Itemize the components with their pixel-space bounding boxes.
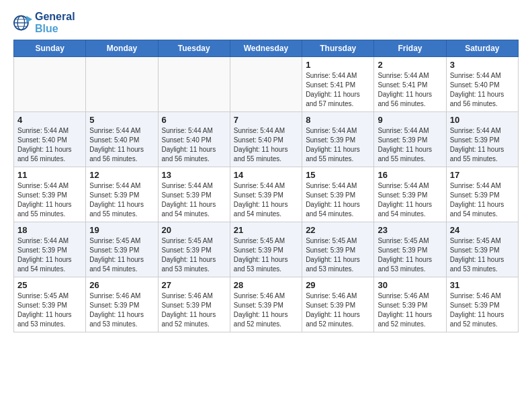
day-info: Sunrise: 5:44 AM Sunset: 5:39 PM Dayligh… [450, 181, 515, 219]
day-info: Sunrise: 5:46 AM Sunset: 5:39 PM Dayligh… [306, 291, 370, 329]
day-info: Sunrise: 5:44 AM Sunset: 5:39 PM Dayligh… [162, 181, 226, 219]
calendar-cell: 13Sunrise: 5:44 AM Sunset: 5:39 PM Dayli… [158, 167, 230, 222]
day-header-friday: Friday [374, 40, 446, 57]
day-info: Sunrise: 5:46 AM Sunset: 5:39 PM Dayligh… [234, 291, 298, 329]
calendar-header-row: SundayMondayTuesdayWednesdayThursdayFrid… [14, 40, 519, 57]
calendar-cell: 5Sunrise: 5:44 AM Sunset: 5:40 PM Daylig… [86, 112, 158, 167]
calendar-cell: 16Sunrise: 5:44 AM Sunset: 5:39 PM Dayli… [374, 167, 446, 222]
day-number: 26 [89, 280, 154, 290]
day-number: 28 [234, 280, 298, 290]
day-number: 21 [234, 225, 298, 235]
day-number: 22 [306, 225, 370, 235]
day-info: Sunrise: 5:44 AM Sunset: 5:39 PM Dayligh… [450, 126, 515, 164]
day-number: 23 [378, 225, 442, 235]
calendar-week-row: 18Sunrise: 5:44 AM Sunset: 5:39 PM Dayli… [14, 222, 519, 277]
day-number: 7 [234, 115, 298, 125]
day-number: 8 [306, 115, 370, 125]
calendar-cell: 17Sunrise: 5:44 AM Sunset: 5:39 PM Dayli… [446, 167, 518, 222]
day-number: 13 [162, 170, 226, 180]
calendar-cell: 7Sunrise: 5:44 AM Sunset: 5:40 PM Daylig… [230, 112, 302, 167]
logo: General Blue [13, 11, 75, 34]
calendar-cell: 18Sunrise: 5:44 AM Sunset: 5:39 PM Dayli… [14, 222, 86, 277]
calendar-cell: 23Sunrise: 5:45 AM Sunset: 5:39 PM Dayli… [374, 222, 446, 277]
day-info: Sunrise: 5:44 AM Sunset: 5:39 PM Dayligh… [306, 126, 370, 164]
svg-marker-6 [26, 15, 32, 23]
day-number: 4 [17, 115, 82, 125]
day-number: 31 [450, 280, 515, 290]
calendar-cell: 8Sunrise: 5:44 AM Sunset: 5:39 PM Daylig… [302, 112, 374, 167]
calendar-cell: 6Sunrise: 5:44 AM Sunset: 5:40 PM Daylig… [158, 112, 230, 167]
day-info: Sunrise: 5:44 AM Sunset: 5:40 PM Dayligh… [234, 126, 298, 164]
day-header-thursday: Thursday [302, 40, 374, 57]
day-number: 14 [234, 170, 298, 180]
day-info: Sunrise: 5:44 AM Sunset: 5:41 PM Dayligh… [306, 71, 370, 109]
day-info: Sunrise: 5:44 AM Sunset: 5:39 PM Dayligh… [89, 181, 154, 219]
day-number: 27 [162, 280, 226, 290]
day-info: Sunrise: 5:45 AM Sunset: 5:39 PM Dayligh… [89, 236, 154, 274]
day-number: 1 [306, 60, 370, 70]
calendar-cell: 3Sunrise: 5:44 AM Sunset: 5:40 PM Daylig… [446, 57, 518, 112]
calendar-cell: 14Sunrise: 5:44 AM Sunset: 5:39 PM Dayli… [230, 167, 302, 222]
calendar-week-row: 4Sunrise: 5:44 AM Sunset: 5:40 PM Daylig… [14, 112, 519, 167]
day-info: Sunrise: 5:45 AM Sunset: 5:39 PM Dayligh… [450, 236, 515, 274]
day-info: Sunrise: 5:46 AM Sunset: 5:39 PM Dayligh… [162, 291, 226, 329]
day-info: Sunrise: 5:45 AM Sunset: 5:39 PM Dayligh… [306, 236, 370, 274]
day-number: 10 [450, 115, 515, 125]
calendar-cell: 15Sunrise: 5:44 AM Sunset: 5:39 PM Dayli… [302, 167, 374, 222]
calendar-cell: 1Sunrise: 5:44 AM Sunset: 5:41 PM Daylig… [302, 57, 374, 112]
day-number: 3 [450, 60, 515, 70]
day-info: Sunrise: 5:45 AM Sunset: 5:39 PM Dayligh… [162, 236, 226, 274]
day-number: 11 [17, 170, 82, 180]
calendar-cell: 22Sunrise: 5:45 AM Sunset: 5:39 PM Dayli… [302, 222, 374, 277]
day-info: Sunrise: 5:46 AM Sunset: 5:39 PM Dayligh… [89, 291, 154, 329]
day-number: 6 [162, 115, 226, 125]
calendar-cell [158, 57, 230, 112]
day-info: Sunrise: 5:44 AM Sunset: 5:39 PM Dayligh… [17, 181, 82, 219]
day-info: Sunrise: 5:44 AM Sunset: 5:40 PM Dayligh… [162, 126, 226, 164]
calendar-cell [14, 57, 86, 112]
day-number: 5 [89, 115, 154, 125]
calendar-cell: 12Sunrise: 5:44 AM Sunset: 5:39 PM Dayli… [86, 167, 158, 222]
calendar-week-row: 25Sunrise: 5:45 AM Sunset: 5:39 PM Dayli… [14, 277, 519, 332]
calendar-cell: 24Sunrise: 5:45 AM Sunset: 5:39 PM Dayli… [446, 222, 518, 277]
day-header-wednesday: Wednesday [230, 40, 302, 57]
calendar-cell: 20Sunrise: 5:45 AM Sunset: 5:39 PM Dayli… [158, 222, 230, 277]
day-header-sunday: Sunday [14, 40, 86, 57]
calendar-cell: 9Sunrise: 5:44 AM Sunset: 5:39 PM Daylig… [374, 112, 446, 167]
calendar-cell: 2Sunrise: 5:44 AM Sunset: 5:41 PM Daylig… [374, 57, 446, 112]
logo-icon [13, 13, 32, 32]
day-number: 25 [17, 280, 82, 290]
day-info: Sunrise: 5:44 AM Sunset: 5:40 PM Dayligh… [17, 126, 82, 164]
calendar-cell [86, 57, 158, 112]
calendar-cell [230, 57, 302, 112]
day-number: 9 [378, 115, 442, 125]
day-header-saturday: Saturday [446, 40, 518, 57]
day-number: 30 [378, 280, 442, 290]
day-info: Sunrise: 5:44 AM Sunset: 5:40 PM Dayligh… [450, 71, 515, 109]
day-info: Sunrise: 5:46 AM Sunset: 5:39 PM Dayligh… [378, 291, 442, 329]
calendar-cell: 10Sunrise: 5:44 AM Sunset: 5:39 PM Dayli… [446, 112, 518, 167]
calendar-cell: 29Sunrise: 5:46 AM Sunset: 5:39 PM Dayli… [302, 277, 374, 332]
day-header-tuesday: Tuesday [158, 40, 230, 57]
day-info: Sunrise: 5:44 AM Sunset: 5:39 PM Dayligh… [17, 236, 82, 274]
logo-text: General Blue [35, 11, 75, 34]
calendar-cell: 19Sunrise: 5:45 AM Sunset: 5:39 PM Dayli… [86, 222, 158, 277]
day-number: 16 [378, 170, 442, 180]
day-info: Sunrise: 5:44 AM Sunset: 5:39 PM Dayligh… [378, 181, 442, 219]
day-info: Sunrise: 5:45 AM Sunset: 5:39 PM Dayligh… [234, 236, 298, 274]
day-info: Sunrise: 5:44 AM Sunset: 5:41 PM Dayligh… [378, 71, 442, 109]
day-number: 29 [306, 280, 370, 290]
day-number: 20 [162, 225, 226, 235]
calendar-cell: 27Sunrise: 5:46 AM Sunset: 5:39 PM Dayli… [158, 277, 230, 332]
calendar-cell: 30Sunrise: 5:46 AM Sunset: 5:39 PM Dayli… [374, 277, 446, 332]
day-number: 19 [89, 225, 154, 235]
day-info: Sunrise: 5:44 AM Sunset: 5:39 PM Dayligh… [234, 181, 298, 219]
day-number: 12 [89, 170, 154, 180]
day-info: Sunrise: 5:46 AM Sunset: 5:39 PM Dayligh… [450, 291, 515, 329]
calendar-cell: 28Sunrise: 5:46 AM Sunset: 5:39 PM Dayli… [230, 277, 302, 332]
day-info: Sunrise: 5:45 AM Sunset: 5:39 PM Dayligh… [17, 291, 82, 329]
day-info: Sunrise: 5:44 AM Sunset: 5:40 PM Dayligh… [89, 126, 154, 164]
day-info: Sunrise: 5:45 AM Sunset: 5:39 PM Dayligh… [378, 236, 442, 274]
header: General Blue [13, 11, 519, 34]
day-number: 24 [450, 225, 515, 235]
